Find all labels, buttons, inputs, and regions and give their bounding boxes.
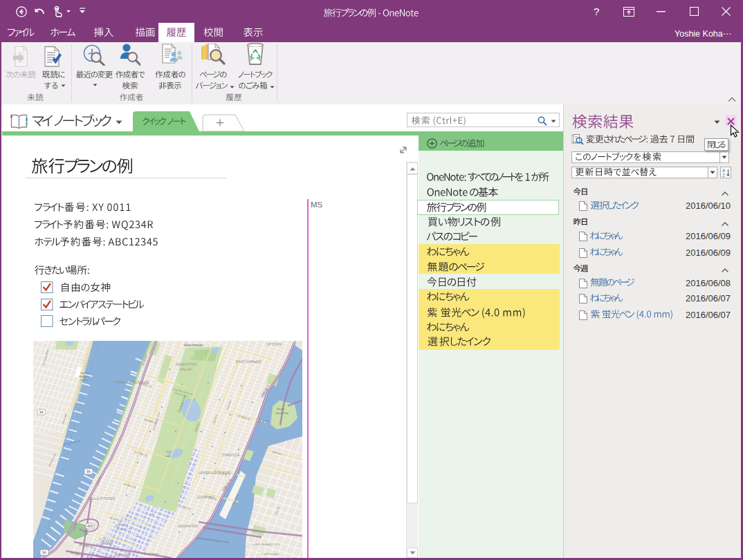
svg-text:HELLS KITCHEN: HELLS KITCHEN (88, 496, 116, 501)
svg-text:The: The (166, 451, 171, 454)
svg-text:Manhattan: Manhattan (184, 343, 203, 347)
svg-text:Medical: Medical (79, 375, 87, 378)
svg-text:Z: Z (722, 173, 725, 178)
svg-text:MANHATTAN: MANHATTAN (178, 525, 198, 528)
svg-text:Lake: Lake (165, 455, 170, 458)
svg-text:DISTRICT: DISTRICT (117, 528, 131, 531)
svg-text:Palisade: Palisade (80, 372, 89, 375)
svg-text:Center: Center (80, 379, 88, 382)
svg-text:9A: 9A (86, 469, 91, 474)
svg-text:Island Park: Island Park (275, 412, 288, 415)
svg-text:9A: 9A (42, 550, 47, 554)
svg-text:MIDTOWN: MIDTOWN (115, 554, 130, 557)
svg-text:495: 495 (87, 524, 93, 528)
svg-text:LONG ISLAND CITY: LONG ISLAND CITY (252, 543, 280, 546)
svg-text:Wards: Wards (277, 408, 284, 411)
svg-text:TURTLE BAY: TURTLE BAY (262, 552, 279, 556)
svg-text:MANHATTAN: MANHATTAN (176, 362, 197, 366)
svg-text:9A: 9A (39, 410, 44, 414)
svg-text:UPTOWN: UPTOWN (266, 342, 282, 346)
svg-text:YORKVILLE: YORKVILLE (221, 454, 240, 457)
svg-text:DISTRICT: DISTRICT (101, 546, 115, 550)
svg-text:VALLEY: VALLEY (180, 367, 193, 371)
svg-text:E a s t: E a s t (259, 419, 269, 423)
svg-text:Downtown: Downtown (144, 552, 159, 556)
svg-text:EAST HARLEM: EAST HARLEM (236, 360, 262, 364)
svg-text:THEATER: THEATER (115, 523, 128, 527)
